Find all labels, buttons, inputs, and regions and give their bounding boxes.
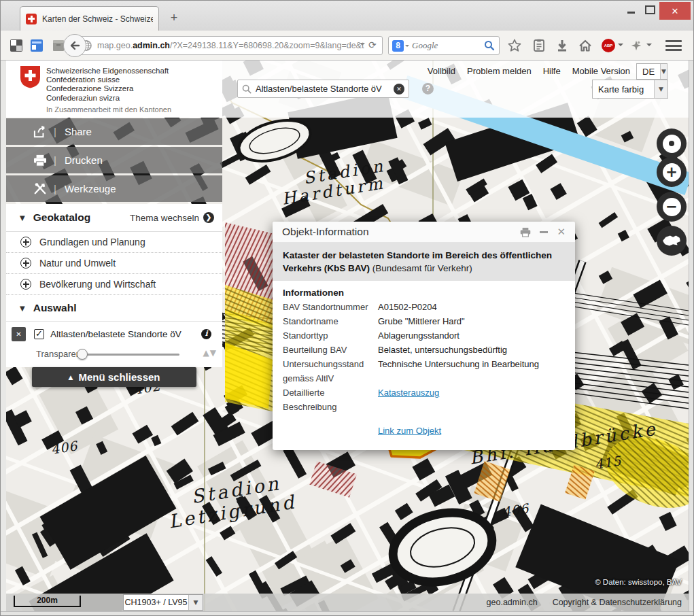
tools-label: Werkzeuge	[65, 183, 116, 194]
print-icon[interactable]	[520, 227, 531, 237]
katasterauszug-link[interactable]: Katasterauszug	[378, 386, 565, 414]
map-attribution[interactable]: © Daten: swisstopo, BAV	[595, 578, 682, 586]
transparency-slider-knob[interactable]	[77, 349, 88, 360]
remove-layer-button[interactable]: ✕	[12, 327, 26, 341]
plus-icon[interactable]	[20, 279, 31, 290]
zoom-to-switzerland-button[interactable]	[657, 226, 687, 256]
copyright-link[interactable]: Copyright & Datenschutzerklärung	[553, 598, 682, 607]
close-menu-button[interactable]: ▲ Menü schliessen	[32, 367, 196, 387]
change-theme-link[interactable]: Thema wechseln ❯	[130, 212, 214, 223]
downloads-icon[interactable]	[555, 39, 569, 52]
sidebar-item-tools[interactable]: | Werkzeuge	[6, 175, 222, 202]
popup-header[interactable]: Objekt-Information ✕	[273, 222, 575, 243]
bookmarks-list-icon[interactable]	[532, 39, 546, 52]
clear-search-icon[interactable]: ✕	[394, 84, 404, 95]
map-footer: 200m CH1903+ / LV95 ▼ geo.admin.ch Copyr…	[6, 594, 689, 612]
maximize-button[interactable]	[640, 2, 659, 17]
layer-label: Altlasten/belastete Standorte öV	[50, 329, 181, 339]
link-hilfe[interactable]: Hilfe	[543, 66, 561, 76]
transparency-slider-track[interactable]	[81, 354, 179, 356]
logo-subline: In Zusammenarbeit mit den Kantonen	[46, 105, 171, 114]
browser-search-input[interactable]	[411, 37, 479, 54]
language-select[interactable]: DE ▼	[636, 63, 667, 80]
divider: |	[54, 183, 56, 194]
chevron-down-icon: ▼	[188, 595, 203, 610]
divider: |	[54, 126, 56, 137]
logo-line: Confédération suisse	[46, 75, 171, 84]
chevron-down-icon: ▼	[660, 64, 667, 79]
category-bevoelkerung[interactable]: Bevölkerung und Wirtschaft	[6, 274, 222, 295]
info-row: StandortnameGrube "Mittlerer Hard"	[283, 314, 565, 328]
info-row: Untersuchungsstand gemäss AltlVTechnisch…	[283, 357, 565, 386]
reload-icon[interactable]: ⟳	[368, 39, 377, 50]
addon-window-icon[interactable]	[31, 39, 43, 52]
layer-checkbox[interactable]: ✓	[34, 329, 44, 339]
swiss-flag-favicon-icon	[26, 14, 37, 24]
transparency-row: Transparenz ▲▼	[6, 343, 222, 367]
link-problem-melden[interactable]: Problem melden	[467, 66, 532, 76]
layer-info-icon[interactable]: i	[201, 329, 211, 339]
popup-title: Objekt-Information	[282, 226, 369, 238]
browser-tab[interactable]: Karten der Schweiz - Schweize...	[20, 6, 159, 31]
search-engine-dropdown-icon[interactable]	[405, 45, 409, 49]
map-viewport[interactable]: Stadion Hardturm Bhf. Hardbrücke Stadion…	[6, 61, 689, 612]
browser-search-bar[interactable]: 8	[388, 36, 500, 55]
share-icon	[33, 126, 47, 138]
link-mobile-version[interactable]: Mobile Version	[572, 66, 630, 76]
minimize-button[interactable]	[621, 2, 640, 17]
addon-screenshot-icon[interactable]	[10, 39, 22, 52]
back-button[interactable]	[63, 34, 86, 57]
logo-line: Confederaziun svizra	[46, 94, 171, 103]
projection-select[interactable]: CH1903+ / LV95 ▼	[123, 594, 203, 611]
plus-icon[interactable]	[20, 258, 31, 269]
google-favicon-icon[interactable]: 8	[392, 40, 404, 52]
geoadmin-link[interactable]: geo.admin.ch	[487, 598, 538, 607]
new-tab-button[interactable]: +	[166, 10, 182, 27]
titlebar[interactable]: Karten der Schweiz - Schweize... + ✕	[1, 1, 693, 31]
info-row: StandorttypAblagerungsstandort	[283, 328, 565, 343]
url-dropdown-icon[interactable]	[360, 43, 365, 48]
map-search-box[interactable]: Altlasten/belastete Standorte öV ✕	[237, 80, 409, 98]
plugin-icon[interactable]	[630, 39, 642, 52]
sidebar-item-share[interactable]: | Share	[6, 118, 222, 145]
selection-header[interactable]: ▼ Auswahl	[6, 295, 222, 322]
plus-icon[interactable]	[20, 237, 31, 247]
back-arrow-icon	[69, 39, 81, 52]
switzerland-outline-icon	[661, 233, 682, 248]
adblock-dropdown-icon[interactable]	[618, 44, 623, 49]
layer-order-arrows-icon[interactable]: ▲▼	[203, 348, 217, 358]
search-help-icon[interactable]: ?	[422, 83, 434, 95]
category-grundlagen[interactable]: Grundlagen und Planung	[6, 232, 222, 253]
close-popup-icon[interactable]: ✕	[557, 226, 566, 238]
change-theme-label: Thema wechseln	[130, 213, 199, 223]
geocatalog-header[interactable]: ▼ Geokatalog Thema wechseln ❯	[6, 204, 222, 232]
adblock-icon[interactable]: ABP	[602, 39, 615, 52]
geoadmin-header: Schweizerische Eidgenossenschaft Confédé…	[6, 61, 689, 118]
projection-value: CH1903+ / LV95	[124, 595, 188, 610]
toolbar-overflow-icon[interactable]	[646, 44, 652, 49]
logo-line: Confederazione Svizzera	[46, 84, 171, 93]
sidebar-item-print[interactable]: | Drucken	[6, 147, 222, 173]
link-vollbild[interactable]: Vollbild	[428, 66, 455, 76]
url-bar[interactable]: map.geo.admin.ch/?X=249138.11&Y=680698.2…	[75, 36, 383, 55]
info-row: Link zum Objekt	[283, 424, 565, 438]
zoom-in-button[interactable]: +	[657, 157, 687, 187]
map-style-select[interactable]: Karte farbig ▼	[592, 80, 668, 99]
caret-up-icon: ▲	[69, 374, 73, 381]
popup-section-title: Informationen	[283, 288, 565, 298]
zoom-out-button[interactable]: −	[657, 192, 687, 222]
home-icon[interactable]	[578, 39, 592, 52]
search-magnifier-icon[interactable]	[484, 40, 495, 51]
object-information-popup: Objekt-Information ✕ Kataster der belast…	[273, 222, 575, 450]
geocatalog-title: Geokatalog	[33, 211, 90, 224]
bookmark-star-icon[interactable]	[508, 39, 521, 52]
popup-actions: ✕	[520, 226, 566, 238]
map-search-value[interactable]: Altlasten/belastete Standorte öV	[256, 84, 394, 94]
geolocation-button[interactable]	[657, 129, 687, 158]
close-button[interactable]: ✕	[659, 2, 691, 20]
category-natur[interactable]: Natur und Umwelt	[6, 253, 222, 274]
tools-icon	[33, 183, 47, 195]
menu-hamburger-icon[interactable]	[665, 40, 682, 51]
link-zum-objekt-link[interactable]: Link zum Objekt	[378, 424, 565, 438]
minimize-popup-icon[interactable]	[540, 231, 548, 233]
